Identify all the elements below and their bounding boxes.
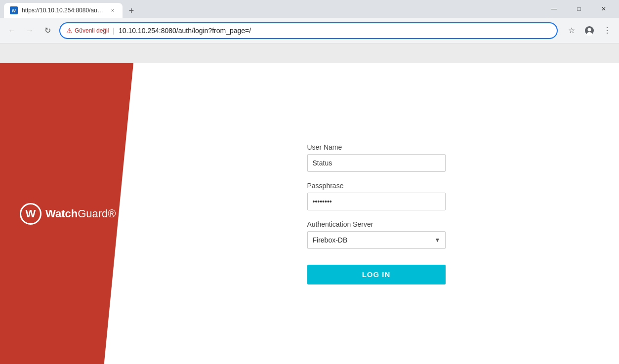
forward-button[interactable]: → (22, 23, 38, 39)
username-label: User Name (307, 143, 446, 151)
page-content: W WatchGuard® User Name Passphrase (0, 43, 619, 364)
browser-window: w https://10.10.10.254:8080/auth/lo... ×… (0, 0, 619, 364)
window-controls: — □ ✕ (543, 0, 615, 18)
close-button[interactable]: ✕ (592, 0, 615, 18)
username-group: User Name (307, 143, 446, 172)
auth-server-select-wrapper: Firebox-DB ▼ (307, 231, 446, 249)
red-sidebar: W WatchGuard® (0, 63, 133, 364)
top-gray-bar (0, 43, 619, 63)
not-secure-label: Güvenli değil (75, 27, 109, 34)
login-form: User Name Passphrase Authentication Serv… (307, 143, 446, 284)
toolbar-icons: ☆ ⋮ (564, 23, 615, 39)
title-bar: w https://10.10.10.254:8080/auth/lo... ×… (0, 0, 619, 18)
passphrase-group: Passphrase (307, 182, 446, 210)
auth-server-label: Authentication Server (307, 220, 446, 228)
tab-close-button[interactable]: × (109, 6, 117, 14)
username-input[interactable] (307, 154, 446, 172)
warning-icon: ⚠ (66, 27, 73, 35)
login-form-area: User Name Passphrase Authentication Serv… (133, 63, 619, 364)
profile-icon (584, 26, 594, 36)
tab-title: https://10.10.10.254:8080/auth/lo... (22, 7, 105, 14)
active-tab[interactable]: w https://10.10.10.254:8080/auth/lo... × (4, 3, 123, 18)
passphrase-input[interactable] (307, 193, 446, 210)
reload-button[interactable]: ↻ (40, 23, 55, 39)
new-tab-button[interactable]: + (124, 4, 138, 18)
address-input-wrapper[interactable]: ⚠ Güvenli değil | 10.10.10.254:8080/auth… (59, 22, 558, 39)
url-display[interactable]: 10.10.10.254:8080/auth/login?from_page=/ (119, 27, 551, 35)
security-warning: ⚠ Güvenli değil (66, 27, 109, 35)
profile-button[interactable] (581, 23, 597, 39)
auth-server-select[interactable]: Firebox-DB (307, 231, 446, 249)
login-button[interactable]: LOG IN (307, 265, 446, 284)
logo-text: WatchGuard® (45, 207, 116, 220)
bookmark-button[interactable]: ☆ (564, 23, 579, 39)
svg-point-1 (588, 28, 591, 31)
address-bar: ← → ↻ ⚠ Güvenli değil | 10.10.10.254:808… (0, 18, 619, 43)
maximize-button[interactable]: □ (568, 0, 590, 18)
logo-circle: W (20, 203, 41, 225)
watchguard-logo: W WatchGuard® (20, 203, 116, 225)
minimize-button[interactable]: — (543, 0, 566, 18)
back-button[interactable]: ← (4, 23, 20, 39)
menu-button[interactable]: ⋮ (599, 23, 615, 39)
tab-favicon: w (10, 6, 18, 14)
logo-letter: W (26, 207, 36, 220)
auth-server-group: Authentication Server Firebox-DB ▼ (307, 220, 446, 249)
passphrase-label: Passphrase (307, 182, 446, 190)
url-separator: | (113, 27, 115, 35)
login-container: W WatchGuard® User Name Passphrase (0, 63, 619, 364)
tab-bar: w https://10.10.10.254:8080/auth/lo... ×… (4, 0, 543, 18)
